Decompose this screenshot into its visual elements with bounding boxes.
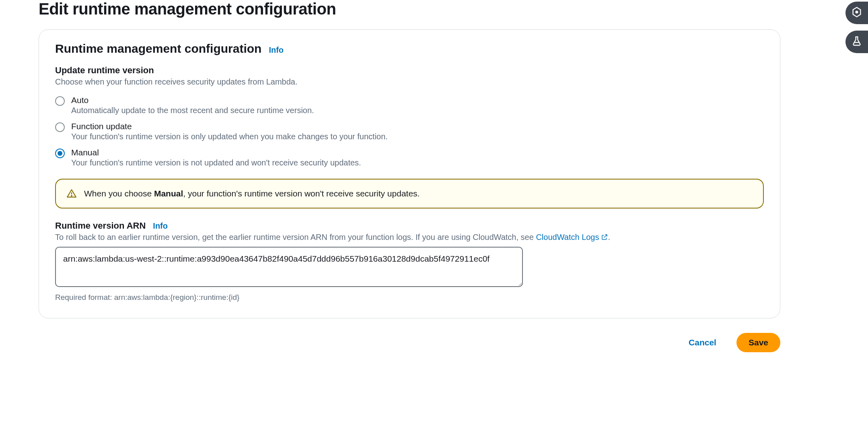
radio-group: Auto Automatically update to the most re… <box>55 92 764 171</box>
radio-function-update[interactable]: Function update Your function's runtime … <box>55 118 764 145</box>
radio-manual[interactable]: Manual Your function's runtime version i… <box>55 145 764 171</box>
radio-function-update-desc: Your function's runtime version is only … <box>71 132 388 141</box>
arn-info-link[interactable]: Info <box>153 221 168 231</box>
cloudwatch-logs-link-text: CloudWatch Logs <box>536 233 599 242</box>
radio-manual-label: Manual <box>71 148 361 157</box>
radio-auto[interactable]: Auto Automatically update to the most re… <box>55 92 764 118</box>
page-title: Edit runtime management configuration <box>39 0 829 18</box>
warning-text-suffix: , your function's runtime version won't … <box>183 189 420 198</box>
arn-desc: To roll back to an earlier runtime versi… <box>55 233 764 242</box>
cloudwatch-logs-link[interactable]: CloudWatch Logs <box>536 233 608 242</box>
side-pill-bottom[interactable] <box>845 31 868 53</box>
side-pill-top[interactable] <box>845 2 868 24</box>
update-section-desc: Choose when your function receives secur… <box>55 77 764 87</box>
save-button[interactable]: Save <box>736 333 780 352</box>
beaker-icon <box>851 35 862 49</box>
arn-desc-suffix: . <box>608 233 611 242</box>
radio-auto-label: Auto <box>71 95 314 105</box>
external-link-icon <box>601 233 608 241</box>
svg-point-1 <box>71 196 72 196</box>
panel-header: Runtime management configuration Info <box>55 42 764 56</box>
radio-auto-indicator <box>55 96 65 106</box>
arn-title: Runtime version ARN <box>55 221 146 231</box>
panel-title: Runtime management configuration <box>55 42 261 56</box>
radio-function-update-label: Function update <box>71 122 388 131</box>
cancel-button[interactable]: Cancel <box>677 333 728 352</box>
radio-manual-indicator <box>55 149 65 158</box>
arn-input[interactable] <box>55 247 523 287</box>
arn-header: Runtime version ARN Info <box>55 221 764 231</box>
panel-info-link[interactable]: Info <box>269 45 284 55</box>
warning-text: When you choose Manual, your function's … <box>84 189 420 198</box>
hexagon-icon <box>851 6 862 20</box>
svg-point-2 <box>856 11 858 13</box>
radio-auto-desc: Automatically update to the most recent … <box>71 106 314 115</box>
arn-section: Runtime version ARN Info To roll back to… <box>55 221 764 302</box>
update-section-label: Update runtime version <box>55 65 764 76</box>
side-pills <box>845 2 868 53</box>
radio-function-update-indicator <box>55 122 65 132</box>
arn-format-hint: Required format: arn:aws:lambda:{region}… <box>55 293 764 302</box>
warning-box: When you choose Manual, your function's … <box>55 179 764 209</box>
arn-desc-prefix: To roll back to an earlier runtime versi… <box>55 233 536 242</box>
warning-triangle-icon <box>66 188 77 199</box>
warning-text-strong: Manual <box>154 189 183 198</box>
warning-text-prefix: When you choose <box>84 189 154 198</box>
radio-manual-desc: Your function's runtime version is not u… <box>71 158 361 167</box>
config-panel: Runtime management configuration Info Up… <box>39 29 780 318</box>
page-container: Edit runtime management configuration Ru… <box>0 0 829 376</box>
footer-actions: Cancel Save <box>39 333 780 352</box>
